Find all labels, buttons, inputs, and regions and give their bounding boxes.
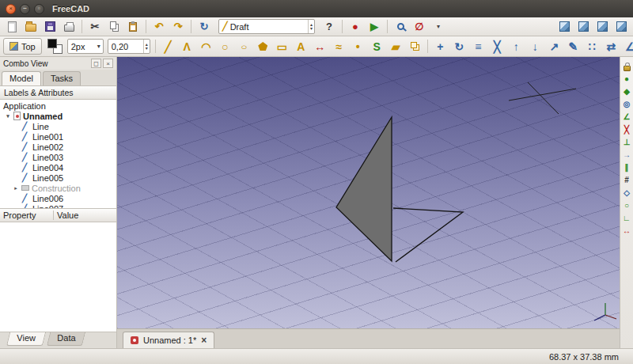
draft-shapestring-button[interactable]: S — [368, 38, 386, 55]
line-width-select[interactable]: 2px ▾ — [67, 39, 104, 54]
draft-point-button[interactable]: • — [349, 38, 367, 55]
view-front-button[interactable] — [574, 19, 592, 35]
tab-model[interactable]: Model — [2, 71, 41, 85]
tree-item[interactable]: ╱ Line002 — [0, 142, 116, 152]
snap-dimensions-button[interactable]: ↔ — [621, 226, 633, 237]
window-minimize-button[interactable]: − — [20, 4, 30, 14]
view-isometric-button[interactable] — [555, 19, 573, 35]
macro-record-button[interactable]: ● — [347, 19, 364, 35]
draft-line-button[interactable]: ╱ — [159, 38, 177, 55]
viewport[interactable] — [117, 57, 620, 328]
paste-button[interactable] — [124, 19, 142, 35]
draft-edit-button[interactable]: ✎ — [564, 38, 582, 55]
window-maximize-button[interactable]: ▫ — [34, 4, 44, 14]
zoom-button[interactable] — [392, 19, 409, 35]
draft-mirror-button[interactable]: ⇄ — [602, 38, 620, 55]
draft-facebinder-button[interactable]: ▰ — [387, 38, 405, 55]
snap-perpendicular-button[interactable]: ⊥ — [621, 137, 633, 148]
draft-rotate-button[interactable]: ↻ — [450, 38, 468, 55]
workbench-selector-arrows[interactable]: ▴ ▾ — [308, 20, 314, 33]
expander-open-icon[interactable]: ▾ — [5, 113, 11, 119]
tree-item-document[interactable]: ▾ Unnamed — [0, 111, 116, 121]
tree-item[interactable]: ╱ Line001 — [0, 131, 116, 142]
print-button[interactable] — [60, 19, 78, 35]
draft-bspline-button[interactable]: ≈ — [330, 38, 348, 55]
snap-lock-button[interactable] — [621, 61, 633, 72]
tab-data[interactable]: Data — [47, 332, 85, 346]
view-options-caret[interactable]: ▾ — [430, 19, 447, 35]
filled-shape[interactable] — [336, 117, 392, 261]
snap-grid-button[interactable]: # — [621, 175, 633, 186]
snap-near-button[interactable]: ○ — [621, 200, 633, 211]
snap-endpoint-button[interactable]: ● — [621, 74, 633, 85]
draft-upgrade-button[interactable]: ↑ — [507, 38, 525, 55]
tree-item[interactable]: ╱ Line005 — [0, 173, 116, 183]
view-top-button[interactable] — [593, 19, 611, 35]
wire-shape[interactable] — [393, 208, 463, 262]
line-color-swatch[interactable] — [47, 39, 57, 48]
value-column-header[interactable]: Value — [54, 210, 116, 220]
draft-circle-button[interactable]: ○ — [216, 38, 234, 55]
tree-item[interactable]: ╱ Line003 — [0, 152, 116, 162]
snap-ortho-button[interactable]: ∟ — [621, 213, 633, 224]
draft-rectangle-button[interactable]: ▭ — [273, 38, 291, 55]
cut-button[interactable]: ✂ — [86, 19, 104, 35]
angle-spin-arrows[interactable]: ▴ ▾ — [143, 40, 150, 53]
draft-arc-button[interactable]: ◠ — [197, 38, 215, 55]
tree-item-construction[interactable]: ▸ Construction — [0, 183, 116, 193]
new-file-button[interactable] — [3, 19, 21, 35]
tab-view[interactable]: View — [6, 332, 46, 346]
open-file-button[interactable] — [22, 19, 40, 35]
undo-button[interactable]: ↶ — [150, 19, 168, 35]
draft-offset-button[interactable]: ≡ — [469, 38, 487, 55]
model-tree[interactable]: Application ▾ Unnamed ╱ Line ╱ Line001 ╱ — [0, 100, 116, 209]
refresh-button[interactable]: ↻ — [195, 19, 213, 35]
save-button[interactable] — [41, 19, 59, 35]
snap-parallel-button[interactable]: ∥ — [621, 162, 633, 173]
view-fit-all-button[interactable] — [612, 19, 630, 35]
draft-array-button[interactable]: ∷ — [583, 38, 601, 55]
copy-button[interactable] — [105, 19, 123, 35]
draft-downgrade-button[interactable]: ↓ — [526, 38, 544, 55]
document-tab[interactable]: Unnamed : 1* × — [123, 332, 214, 348]
macro-play-button[interactable]: ▶ — [366, 19, 383, 35]
draft-ellipse-button[interactable]: ○ — [235, 40, 253, 53]
document-tab-close-icon[interactable]: × — [201, 335, 207, 346]
redo-button[interactable]: ↷ — [169, 19, 187, 35]
color-swatches[interactable] — [47, 39, 63, 54]
tree-item[interactable]: ╱ Line004 — [0, 162, 116, 173]
3d-scene[interactable] — [117, 57, 620, 328]
draft-polygon-button[interactable] — [254, 38, 272, 55]
tree-item[interactable]: ╱ Line007 — [0, 203, 116, 209]
snap-working-plane-button[interactable]: ◇ — [621, 188, 633, 199]
draft-trim-button[interactable]: ╳ — [488, 38, 506, 55]
draft-slope-button[interactable]: ∠ — [621, 38, 633, 55]
titlebar[interactable]: × − ▫ FreeCAD — [0, 0, 633, 17]
tab-tasks[interactable]: Tasks — [43, 71, 81, 85]
property-table-body[interactable] — [0, 222, 116, 332]
draft-dimension-button[interactable]: ↔ — [311, 38, 329, 55]
angle-spinbox[interactable]: 0,20 ▴ ▾ — [108, 39, 150, 54]
panel-undock-button[interactable]: ◻ — [91, 59, 101, 68]
panel-close-button[interactable]: × — [103, 59, 113, 68]
draft-clone-button[interactable] — [406, 38, 424, 55]
window-close-button[interactable]: × — [6, 4, 16, 14]
snap-angle-button[interactable]: ∠ — [621, 112, 633, 123]
snap-midpoint-button[interactable]: ◆ — [621, 86, 633, 97]
draft-polyline-button[interactable]: Λ — [178, 38, 196, 55]
tree-item[interactable]: ╱ Line — [0, 121, 116, 131]
expander-closed-icon[interactable]: ▸ — [13, 185, 19, 191]
tree-item[interactable]: ╱ Line006 — [0, 193, 116, 203]
whats-this-button[interactable]: ? — [320, 19, 338, 35]
construction-line[interactable] — [509, 89, 576, 100]
snap-center-button[interactable]: ◎ — [621, 99, 633, 110]
snap-intersection-button[interactable]: ╳ — [621, 124, 633, 135]
working-plane-button[interactable]: Top — [3, 38, 42, 55]
workbench-selector[interactable]: ╱ Draft ▴ ▾ — [218, 19, 315, 34]
property-column-header[interactable]: Property — [0, 210, 54, 220]
tree-item-application[interactable]: Application — [0, 100, 116, 111]
draft-move-button[interactable]: + — [431, 38, 449, 55]
draft-text-button[interactable]: A — [292, 38, 310, 55]
construction-line[interactable] — [528, 82, 559, 114]
draft-scale-button[interactable]: ↗ — [545, 38, 563, 55]
